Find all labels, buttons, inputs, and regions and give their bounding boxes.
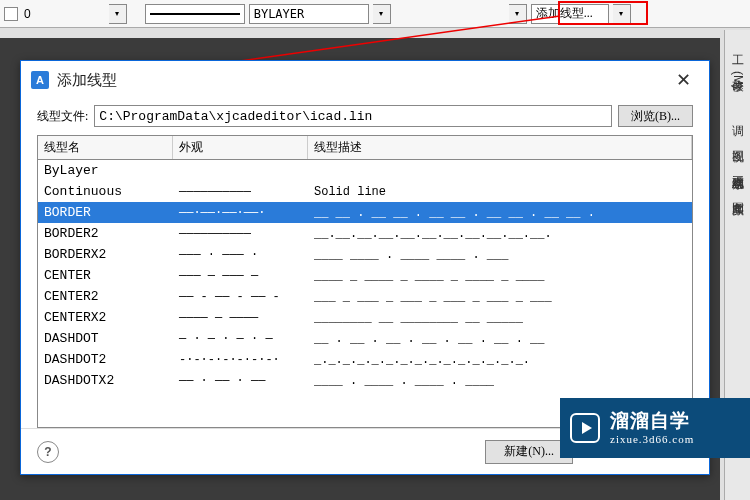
cell-desc: ____ ____ . ____ ____ . ___ <box>308 247 692 263</box>
cell-appearance: —— - —— - —— - <box>173 289 308 305</box>
table-row[interactable]: DASHDOTX2—— · —— · ——____ . ____ . ____ … <box>38 370 692 391</box>
cell-desc: _._._._._._._._._._._._._._._. <box>308 352 692 368</box>
linetype-combo[interactable]: BYLAYER <box>249 4 369 24</box>
cell-appearance: ——— — ——— — <box>173 268 308 284</box>
cell-desc: ________ __ ________ __ _____ <box>308 310 692 326</box>
col-description[interactable]: 线型描述 <box>308 136 692 159</box>
spacer-dropdown[interactable]: ▾ <box>509 4 527 24</box>
dialog-titlebar: A 添加线型 ✕ <box>21 61 709 99</box>
linetype-file-input[interactable]: C:\ProgramData\xjcadeditor\icad.lin <box>94 105 612 127</box>
help-icon[interactable]: ? <box>37 441 59 463</box>
table-row[interactable]: CENTER——— — ——— —____ _ ____ _ ____ _ __… <box>38 265 692 286</box>
annotation-highlight <box>558 1 648 25</box>
layer-dropdown[interactable]: ▾ <box>109 4 127 24</box>
cell-appearance: ———— — ———— <box>173 310 308 326</box>
table-row[interactable]: BORDER——·——·——·——·__ __ . __ __ . __ __ … <box>38 202 692 223</box>
cell-name: CENTER <box>38 267 173 284</box>
cell-name: DASHDOTX2 <box>38 372 173 389</box>
table-row[interactable]: Continuous——————————Solid line <box>38 181 692 202</box>
watermark-title: 溜溜自学 <box>610 410 694 433</box>
layer-checkbox[interactable] <box>4 7 18 21</box>
table-row[interactable]: CENTERX2———— — ————________ __ ________ … <box>38 307 692 328</box>
cell-appearance <box>173 170 308 172</box>
play-icon <box>570 413 600 443</box>
cell-desc: __ __ . __ __ . __ __ . __ __ . __ __ . <box>308 205 692 221</box>
cell-desc: __ . __ . __ . __ . __ . __ . __ <box>308 331 692 347</box>
cell-desc: ____ _ ____ _ ____ _ ____ _ ____ <box>308 268 692 284</box>
cell-appearance: ——·——·——·——· <box>173 205 308 221</box>
side-tab[interactable]: 三维动态观察 <box>726 160 749 174</box>
cell-name: DASHDOT <box>38 330 173 347</box>
side-tab[interactable]: 调 <box>726 108 749 122</box>
browse-button[interactable]: 浏览(B)... <box>618 105 693 127</box>
cell-name: ByLayer <box>38 162 173 179</box>
side-tab[interactable]: 工 <box>726 38 749 52</box>
table-row[interactable]: CENTER2—— - —— - —— -___ _ ___ _ ___ _ _… <box>38 286 692 307</box>
watermark-url: zixue.3d66.com <box>610 433 694 446</box>
cell-appearance: —— · —— · —— <box>173 373 308 389</box>
cell-name: CENTERX2 <box>38 309 173 326</box>
linetype-combo-label: BYLAYER <box>254 7 305 21</box>
cell-desc: ____ . ____ . ____ . ____ <box>308 373 692 389</box>
cell-name: Continuous <box>38 183 173 200</box>
watermark: 溜溜自学 zixue.3d66.com <box>560 398 750 458</box>
file-label: 线型文件: <box>37 108 88 125</box>
cell-name: DASHDOT2 <box>38 351 173 368</box>
close-icon[interactable]: ✕ <box>668 65 699 95</box>
cell-appearance: -·-·-·-·-·-·-· <box>173 352 308 368</box>
dialog-title: 添加线型 <box>57 71 117 90</box>
table-header: 线型名 外观 线型描述 <box>38 136 692 160</box>
table-row[interactable]: DASHDOT2-·-·-·-·-·-·-·_._._._._._._._._.… <box>38 349 692 370</box>
app-icon: A <box>31 71 49 89</box>
table-row[interactable]: DASHDOT— · — · — · —__ . __ . __ . __ . … <box>38 328 692 349</box>
cell-name: BORDER2 <box>38 225 173 242</box>
side-tab[interactable]: 视图 <box>726 134 749 148</box>
cell-appearance: ——— · ——— · <box>173 247 308 263</box>
linetype-table: 线型名 外观 线型描述 ByLayerContinuous——————————S… <box>37 135 693 428</box>
cell-desc <box>308 170 692 172</box>
table-row[interactable]: ByLayer <box>38 160 692 181</box>
cell-desc: __.__.__.__.__.__.__.__.__.__.__. <box>308 226 692 242</box>
linetype-swatch[interactable] <box>145 4 245 24</box>
cell-appearance: — · — · — · — <box>173 331 308 347</box>
cell-name: BORDER <box>38 204 173 221</box>
cell-name: CENTER2 <box>38 288 173 305</box>
linetype-dropdown[interactable]: ▾ <box>373 4 391 24</box>
cell-desc: Solid line <box>308 184 692 200</box>
cell-desc: ___ _ ___ _ ___ _ ___ _ ___ _ ___ <box>308 289 692 305</box>
table-row[interactable]: BORDERX2——— · ——— ·____ ____ . ____ ____… <box>38 244 692 265</box>
side-tab[interactable]: 修改(M) <box>726 64 749 96</box>
col-name[interactable]: 线型名 <box>38 136 173 159</box>
cell-name: BORDERX2 <box>38 246 173 263</box>
layer-zero-label: 0 <box>24 7 31 21</box>
cell-appearance: —————————— <box>173 184 308 200</box>
cell-appearance: —————————— <box>173 226 308 242</box>
side-tab[interactable]: 实图顺序 <box>726 186 749 200</box>
col-appearance[interactable]: 外观 <box>173 136 308 159</box>
table-row[interactable]: BORDER2——————————__.__.__.__.__.__.__.__… <box>38 223 692 244</box>
